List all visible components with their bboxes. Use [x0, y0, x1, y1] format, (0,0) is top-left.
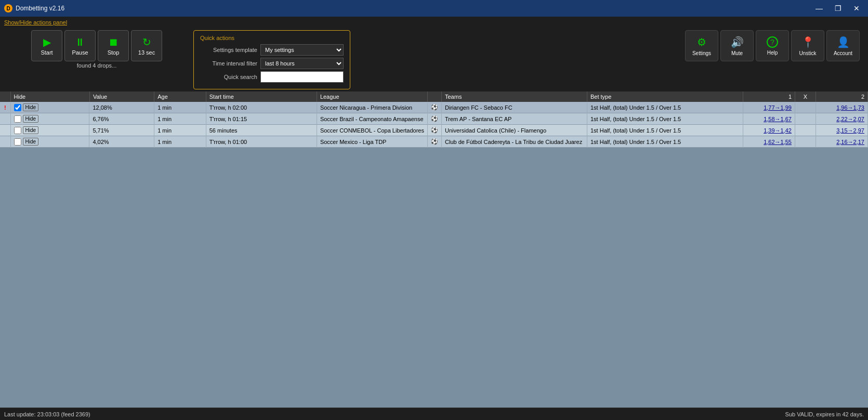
row-odd2[interactable]: 2,22→2,07 [816, 113, 868, 125]
found-drops-text: found 4 drops... [77, 62, 116, 69]
row-sport-icon: ⚽ [428, 136, 442, 148]
row-odd1[interactable]: 1,58→1,67 [743, 113, 795, 125]
hide-button[interactable]: Hide [23, 103, 39, 111]
pause-button[interactable]: ⏸ Pause [64, 30, 96, 61]
row-checkbox[interactable] [14, 138, 21, 146]
row-bet-type: 1st Half, (total) Under 1.5 / Over 1.5 [587, 125, 743, 136]
timer-icon: ↻ [142, 36, 151, 48]
app-window: Show/Hide actions panel ▶ Start ⏸ [0, 17, 868, 420]
stop-button[interactable]: ⏹ Stop [98, 30, 129, 61]
row-value: 12,08% [89, 102, 154, 113]
drops-table-container: Hide Value Age Start time League Teams B… [0, 91, 868, 408]
quick-search-row: Quick search [200, 71, 344, 83]
stop-icon: ⏹ [108, 36, 119, 48]
controls-area: ▶ Start ⏸ Pause ⏹ Stop [0, 28, 868, 91]
row-checkbox[interactable] [14, 104, 21, 111]
table-row: Hide 6,76% 1 min T'rrow, h 01:15 Soccer … [0, 113, 868, 125]
row-age: 1 min [154, 102, 206, 113]
hide-button[interactable]: Hide [23, 126, 39, 134]
row-start-time: 56 minutes [206, 125, 317, 136]
hide-button[interactable]: Hide [23, 138, 39, 146]
settings-template-select[interactable]: My settings [260, 44, 344, 56]
row-hide-cell: Hide [11, 125, 90, 136]
row-odd1[interactable]: 1,62→1,55 [743, 136, 795, 148]
play-icon: ▶ [43, 36, 51, 48]
unstick-toolbar-button[interactable]: 📍 Unstick [791, 30, 824, 61]
minimize-button[interactable]: — [812, 1, 826, 16]
quick-search-input[interactable] [260, 71, 344, 83]
time-interval-select[interactable]: last 8 hours last 24 hours last week [260, 58, 344, 69]
row-bet-type: 1st Half, (total) Under 1.5 / Over 1.5 [587, 136, 743, 148]
row-teams: Universidad Catolica (Chile) - Flamengo [442, 125, 587, 136]
account-icon: 👤 [837, 36, 850, 48]
stop-label: Stop [108, 49, 120, 56]
restore-button[interactable]: ❐ [831, 1, 845, 16]
row-oddX [795, 136, 816, 148]
sub-status-text: Sub VALID, expires in 42 days. [785, 411, 864, 417]
pin-icon: 📍 [801, 36, 814, 48]
row-value: 6,76% [89, 113, 154, 125]
row-odd2[interactable]: 3,15→2,97 [816, 125, 868, 136]
col-age: Age [154, 91, 206, 102]
col-flag [0, 91, 10, 102]
gear-icon: ⚙ [697, 36, 706, 48]
right-toolbar: ⚙ Settings 🔊 Mute ? Help 📍 Unstick 👤 [685, 30, 864, 61]
settings-toolbar-button[interactable]: ⚙ Settings [685, 30, 718, 61]
timer-label: 13 sec [138, 49, 155, 56]
col-bet-type: Bet type [587, 91, 743, 102]
table-row: ! Hide 12,08% 1 min T'rrow, h 02:00 Socc… [0, 102, 868, 113]
row-age: 1 min [154, 136, 206, 148]
row-teams: Trem AP - Santana EC AP [442, 113, 587, 125]
drops-table: Hide Value Age Start time League Teams B… [0, 91, 868, 148]
pause-label: Pause [72, 49, 88, 56]
col-odd1: 1 [743, 91, 795, 102]
row-league: Soccer Nicaragua - Primera Division [317, 102, 427, 113]
col-sport-icon [428, 91, 442, 102]
app-icon: D [4, 4, 12, 12]
row-flag: ! [0, 102, 10, 113]
hide-button[interactable]: Hide [23, 115, 39, 123]
row-oddX [795, 125, 816, 136]
close-button[interactable]: ✕ [849, 1, 864, 16]
account-toolbar-button[interactable]: 👤 Account [826, 30, 860, 61]
row-sport-icon: ⚽ [428, 113, 442, 125]
row-odd1[interactable]: 1,77→1,99 [743, 102, 795, 113]
row-odd1[interactable]: 1,39→1,42 [743, 125, 795, 136]
row-odd2[interactable]: 2,16→2,17 [816, 136, 868, 148]
mute-toolbar-button[interactable]: 🔊 Mute [720, 30, 754, 61]
show-hide-actions-link[interactable]: Show/Hide actions panel [4, 19, 67, 25]
row-league: Soccer Mexico - Liga TDP [317, 136, 427, 148]
help-icon: ? [767, 36, 778, 48]
col-teams: Teams [442, 91, 587, 102]
row-league: Soccer CONMEBOL - Copa Libertadores [317, 125, 427, 136]
row-hide-cell: Hide [11, 102, 90, 113]
col-league: League [317, 91, 427, 102]
settings-template-label: Settings template [200, 47, 257, 53]
row-sport-icon: ⚽ [428, 125, 442, 136]
col-value: Value [89, 91, 154, 102]
row-bet-type: 1st Half, (total) Under 1.5 / Over 1.5 [587, 113, 743, 125]
row-league: Soccer Brazil - Campeonato Amapaense [317, 113, 427, 125]
time-interval-row: Time interval filter last 8 hours last 2… [200, 58, 344, 69]
time-interval-label: Time interval filter [200, 60, 257, 67]
controls-row: ▶ Start ⏸ Pause ⏹ Stop [31, 30, 864, 89]
titlebar: D Dombetting v2.16 — ❐ ✕ [0, 0, 868, 17]
row-start-time: T'rrow, h 01:15 [206, 113, 317, 125]
row-checkbox[interactable] [14, 127, 21, 134]
col-odd2: 2 [816, 91, 868, 102]
app-title: Dombetting v2.16 [16, 5, 64, 12]
quick-actions-title: Quick actions [200, 35, 344, 41]
action-buttons-col: ▶ Start ⏸ Pause ⏹ Stop [31, 30, 162, 69]
row-oddX [795, 102, 816, 113]
row-hide-cell: Hide [11, 113, 90, 124]
help-toolbar-button[interactable]: ? Help [756, 30, 789, 61]
last-update-text: Last update: 23:03:03 (feed 2369) [4, 411, 90, 417]
row-start-time: T'rrow, h 01:00 [206, 136, 317, 148]
timer-button[interactable]: ↻ 13 sec [131, 30, 162, 61]
mute-icon: 🔊 [731, 36, 744, 48]
window-controls: — ❐ ✕ [812, 0, 864, 17]
row-sport-icon: ⚽ [428, 102, 442, 113]
row-odd2[interactable]: 1,96→1,73 [816, 102, 868, 113]
start-button[interactable]: ▶ Start [31, 30, 62, 61]
row-checkbox[interactable] [14, 115, 21, 123]
